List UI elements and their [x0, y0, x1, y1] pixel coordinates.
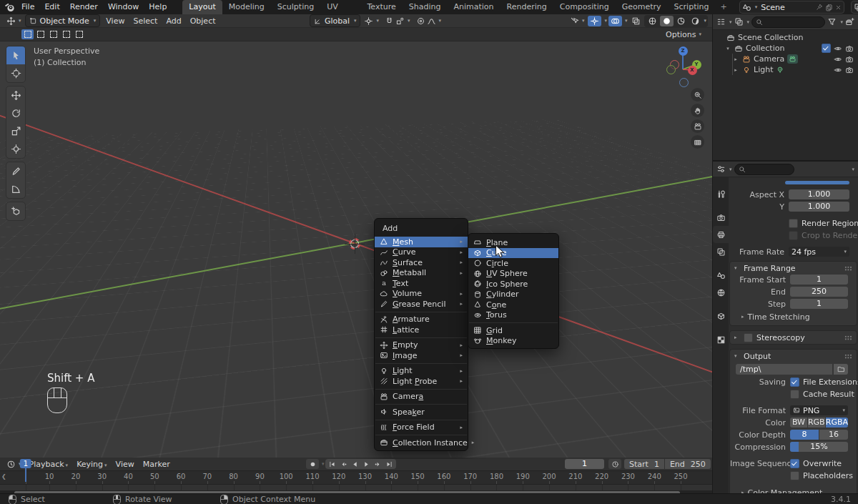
workspace-tab-uv-editing[interactable]: UV Editing	[320, 0, 360, 14]
camera-view-button[interactable]	[691, 119, 704, 133]
rotate-tool[interactable]	[6, 104, 25, 122]
axis-neg-y-ball[interactable]	[666, 65, 676, 74]
mesh-submenu-item-cone[interactable]: Cone	[468, 300, 558, 310]
workspace-tab-layout[interactable]: Layout	[182, 0, 222, 14]
viewlayer-selector[interactable]: ▾ ViewLayer	[851, 1, 858, 14]
orientation-dropdown[interactable]: Global ▾	[310, 14, 361, 27]
compression-slider[interactable]: 15%	[790, 442, 848, 452]
move-tool[interactable]	[6, 87, 25, 104]
show-overlays-toggle[interactable]	[608, 16, 622, 26]
menu-edit[interactable]: Edit	[39, 0, 64, 14]
play-button[interactable]	[361, 460, 372, 468]
select-mode-invert-button[interactable]	[60, 29, 72, 39]
color-option-rgba[interactable]: RGBA	[826, 417, 848, 428]
stereoscopy-header[interactable]: ▸ Stereoscopy	[730, 331, 857, 344]
resolution-slider[interactable]	[785, 181, 849, 184]
mesh-submenu-item-circle[interactable]: Circle	[468, 258, 558, 269]
time-stretching-header[interactable]: ▸Time Stretching	[730, 311, 857, 322]
browse-folder-button[interactable]	[834, 364, 848, 375]
timeline-menu-keying[interactable]: Keying▾	[72, 460, 111, 469]
menu-file[interactable]: File	[16, 0, 39, 14]
playhead-badge[interactable]: 1	[20, 459, 31, 468]
record-button[interactable]	[306, 459, 319, 469]
select-box-tool[interactable]	[6, 46, 25, 64]
next-keyframe-button[interactable]	[373, 460, 383, 468]
outliner-search-input[interactable]	[751, 16, 825, 28]
outliner-row-light[interactable]: ▸Light	[713, 64, 858, 75]
add-menu-item-mesh[interactable]: Mesh▸	[375, 237, 468, 247]
add-menu-item-light[interactable]: Light▸	[375, 366, 468, 377]
select-mode-extend-button[interactable]	[34, 29, 46, 39]
mesh-submenu-item-grid[interactable]: Grid	[468, 325, 558, 336]
timeline-menu-view[interactable]: View	[112, 460, 139, 469]
frame-range-header[interactable]: ▾Frame Range	[730, 262, 857, 275]
play-reverse-button[interactable]	[350, 460, 360, 468]
close-icon[interactable]	[835, 4, 842, 11]
editor-type-icon[interactable]	[716, 164, 726, 174]
select-mode-new-button[interactable]	[21, 29, 34, 39]
output-header[interactable]: ▾Output	[730, 350, 857, 362]
file-extensions-checkbox[interactable]	[790, 377, 799, 387]
add-menu-item-curve[interactable]: Curve▸	[375, 247, 468, 258]
panel-drag-handle[interactable]	[844, 266, 852, 271]
add-menu-item-text[interactable]: aText	[375, 278, 468, 289]
axis-z-ball[interactable]: Z	[679, 46, 688, 56]
jump-to-end-button[interactable]	[384, 460, 395, 468]
frame-step-field[interactable]: 1	[790, 299, 848, 309]
playhead-line[interactable]	[25, 468, 26, 482]
add-menu-item-speaker[interactable]: Speaker	[375, 407, 468, 417]
viewport-canvas[interactable]: User Perspective (1) Collection ZYX Shif…	[0, 41, 712, 459]
add-cube-tool[interactable]	[6, 202, 25, 220]
camera-restrict-icon[interactable]	[845, 55, 854, 64]
workspace-tab-texture-paint[interactable]: Texture Paint	[361, 0, 403, 14]
filter-icon[interactable]	[827, 17, 837, 26]
crop-region-checkbox[interactable]	[789, 231, 798, 240]
frame-end-field[interactable]: 250	[790, 287, 848, 297]
mode-dropdown[interactable]: Object Mode ▾	[25, 14, 101, 27]
add-menu-item-empty[interactable]: Empty▸	[375, 340, 468, 351]
add-menu-item-metaball[interactable]: Metaball▸	[375, 268, 468, 279]
region-overlap-arrow[interactable]: ❮	[1, 473, 6, 480]
workspace-tab-animation[interactable]: Animation	[447, 0, 500, 14]
mesh-submenu-item-uv-sphere[interactable]: UV Sphere	[468, 269, 558, 280]
options-dropdown[interactable]: Options▾	[664, 29, 704, 40]
measure-tool[interactable]	[6, 180, 25, 198]
current-frame-field[interactable]: 1	[565, 459, 604, 469]
mesh-submenu-item-ico-sphere[interactable]: Ico Sphere	[468, 279, 558, 290]
properties-options-icon[interactable]: ▾	[852, 167, 854, 172]
outliner-row-collection[interactable]: ▾Collection	[713, 43, 858, 54]
axis-x-ball[interactable]: X	[688, 66, 697, 75]
depth-option-16[interactable]: 16	[819, 430, 848, 440]
panel-drag-handle[interactable]	[844, 354, 852, 359]
camera-restrict-icon[interactable]	[845, 44, 854, 53]
workspace-tab-shading[interactable]: Shading	[403, 0, 448, 14]
show-gizmo-toggle[interactable]	[588, 16, 601, 26]
scale-tool[interactable]	[6, 122, 25, 140]
add-menu-item-image[interactable]: Image▸	[375, 350, 468, 361]
depth-option-8[interactable]: 8	[790, 430, 819, 440]
output-path-field[interactable]: /tmp\	[736, 364, 832, 375]
add-menu-item-camera[interactable]: Camera	[375, 392, 468, 402]
shading-material-button[interactable]	[674, 16, 688, 26]
properties-tab-scene[interactable]	[713, 267, 729, 284]
mesh-submenu-item-torus[interactable]: Torus	[468, 310, 558, 321]
pin-icon[interactable]	[816, 4, 823, 11]
workspace-tab-rendering[interactable]: Rendering	[500, 0, 553, 14]
eye-icon[interactable]	[834, 55, 842, 64]
viewport-menu-view[interactable]: View	[102, 16, 129, 26]
timeline-track[interactable]	[0, 485, 712, 490]
properties-tab-tool[interactable]	[713, 185, 729, 202]
transform-tool[interactable]	[6, 140, 25, 158]
add-menu-item-force-field[interactable]: Force Field▸	[375, 423, 468, 433]
new-collection-icon[interactable]	[845, 17, 854, 26]
disclosure-triangle[interactable]: ▸	[732, 56, 739, 62]
menu-render[interactable]: Render	[65, 0, 103, 14]
add-workspace-button[interactable]: +	[715, 0, 731, 14]
timeline-menu-playback[interactable]: Playback▾	[25, 460, 73, 469]
add-menu-item-grease-pencil[interactable]: Grease Pencil▸	[375, 299, 468, 310]
mesh-submenu-item-monkey[interactable]: Monkey	[468, 336, 558, 347]
render-region-checkbox[interactable]	[789, 219, 798, 228]
stereoscopy-checkbox[interactable]	[744, 333, 753, 342]
add-menu-item-light-probe[interactable]: Light Probe▸	[375, 376, 468, 387]
add-menu-item-collection-instance[interactable]: Collection Instance▸	[375, 438, 468, 448]
